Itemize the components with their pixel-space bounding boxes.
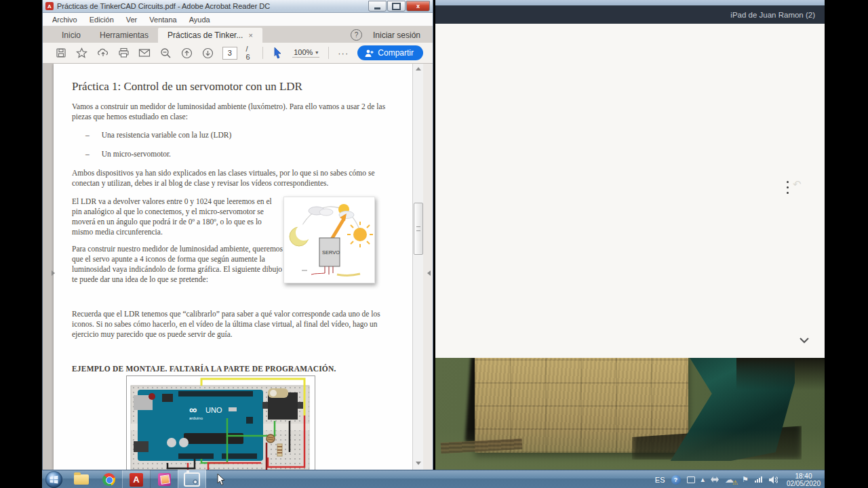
toolbar: 3 / 6 100% ▾ ··· Compartir	[43, 43, 433, 64]
help-button[interactable]: ?	[351, 29, 362, 41]
doc-bullet-1-text: Una resistencia variable con la luz (LDR…	[102, 130, 232, 140]
taskbar-recorder-button[interactable]	[178, 470, 206, 488]
pdf-page: Práctica 1: Control de un servomotor con…	[54, 64, 412, 470]
cast-window-title: iPad de Juan Ramon (2)	[730, 11, 815, 19]
doc-paragraph-2: Ambos dispositivos ya han sido explicado…	[72, 168, 387, 188]
tray-help-icon[interactable]: ?	[671, 475, 681, 485]
email-button[interactable]	[138, 45, 151, 60]
onedrive-warning-icon[interactable]: ☁ ⚠	[725, 476, 736, 484]
cloud-upload-button[interactable]	[97, 45, 109, 60]
cast-window-top-border	[435, 0, 825, 5]
minimize-icon	[374, 7, 380, 9]
document-area: Práctica 1: Control de un servomotor con…	[43, 64, 433, 470]
menu-archivo[interactable]: Archivo	[52, 16, 77, 24]
show-hidden-icons-button[interactable]: ▴	[701, 476, 705, 483]
arduino-circuit-art: ∞ UNO arduino	[127, 376, 313, 470]
left-panel-toggle-icon[interactable]	[52, 270, 55, 276]
network-icon[interactable]	[755, 476, 762, 483]
svg-text:∞: ∞	[189, 404, 197, 415]
volume-icon[interactable]	[768, 476, 778, 484]
tab-document[interactable]: Prácticas de Tinker... ×	[158, 28, 262, 43]
scroll-up-button[interactable]	[413, 64, 423, 74]
tab-herramientas[interactable]: Herramientas	[90, 28, 158, 43]
star-button[interactable]	[76, 45, 88, 60]
kebab-menu-icon	[787, 181, 789, 194]
servo-box-label: SERVO	[322, 249, 340, 256]
undo-arrow-icon: ↶	[793, 181, 802, 194]
doc-paragraph-1: Vamos a construir un medidor de luminosi…	[72, 102, 387, 122]
taskbar: A ES ? ▴ ☁ ⚠ ⚑ 18:40 02/05/2020	[42, 470, 825, 488]
window-title: Prácticas de TinkerCAD Circuits.pdf - Ad…	[57, 2, 365, 10]
save-button[interactable]	[55, 45, 67, 60]
taskbar-clock[interactable]: 18:40 02/05/2020	[784, 472, 821, 487]
cast-menu-button[interactable]: ↶	[787, 181, 802, 194]
mouse-cursor	[217, 473, 226, 485]
zoom-out-icon	[160, 47, 172, 59]
chevron-down-icon[interactable]	[799, 337, 810, 344]
previous-page-button[interactable]	[180, 45, 193, 60]
start-button[interactable]	[45, 471, 62, 488]
acrobat-icon: A	[130, 473, 143, 487]
toolbar-separator	[262, 47, 263, 59]
scroll-up-icon	[416, 67, 421, 70]
cloud-upload-icon	[97, 47, 109, 58]
help-icon: ?	[355, 31, 359, 39]
windows-logo-icon	[50, 475, 58, 484]
acrobat-reader-window: A Prácticas de TinkerCAD Circuits.pdf - …	[42, 0, 433, 470]
taskbar-acrobat-button[interactable]: A	[122, 470, 151, 488]
acrobat-app-icon-letter: A	[47, 3, 52, 9]
arduino-uno-label: UNO	[205, 406, 222, 414]
taskbar-chrome-button[interactable]	[95, 470, 122, 488]
taskbar-photos-button[interactable]	[151, 470, 178, 488]
sign-in-button[interactable]: Iniciar sesión	[373, 30, 420, 40]
zoom-level-select[interactable]: 100% ▾	[292, 48, 319, 58]
zoom-out-button[interactable]	[159, 45, 172, 60]
close-button[interactable]: x	[406, 1, 430, 12]
clock-date: 02/05/2020	[787, 480, 821, 487]
minimize-button[interactable]	[368, 1, 387, 12]
menu-ayuda[interactable]: Ayuda	[189, 16, 210, 24]
maximize-button[interactable]	[387, 1, 406, 12]
language-indicator[interactable]: ES	[655, 476, 665, 484]
email-icon	[138, 48, 151, 58]
system-tray: ES ? ▴ ☁ ⚠ ⚑ 18:40 02/05/2020	[655, 472, 825, 487]
pointer-icon	[273, 47, 283, 59]
select-tool-button[interactable]	[271, 45, 283, 60]
menu-edicion[interactable]: Edición	[90, 16, 114, 24]
arduino-brand-label: arduino	[189, 416, 203, 420]
chrome-icon	[102, 473, 115, 486]
tab-inicio[interactable]: Inicio	[52, 28, 90, 43]
tray-help-glyph: ?	[674, 476, 678, 483]
right-panel-toggle-icon[interactable]	[427, 270, 431, 276]
device-tray-icon[interactable]	[687, 476, 695, 483]
cast-window-header[interactable]: iPad de Juan Ramon (2)	[435, 5, 825, 24]
doc-paragraph-3: El LDR va a devolver valores entre 0 y 1…	[72, 197, 283, 237]
ipad-cast-window: iPad de Juan Ramon (2) ↶	[435, 0, 825, 470]
maximize-icon	[392, 3, 401, 10]
acrobat-app-icon: A	[45, 2, 54, 10]
doc-bullet-2: – Un micro-servomotor.	[72, 149, 387, 159]
window-titlebar[interactable]: A Prácticas de TinkerCAD Circuits.pdf - …	[43, 0, 433, 13]
more-tools-button[interactable]: ···	[338, 48, 349, 58]
teamviewer-tray-icon[interactable]	[711, 476, 719, 483]
photo-grass-highlight	[435, 429, 825, 470]
tab-bar: Inicio Herramientas Prácticas de Tinker.…	[43, 26, 433, 43]
servo-diagram-art: SERVO	[284, 197, 373, 281]
toolbar-separator	[328, 47, 329, 59]
page-total-label: / 6	[246, 45, 254, 61]
print-button[interactable]	[118, 45, 130, 60]
scrollbar-thumb[interactable]	[414, 203, 423, 255]
scroll-down-button[interactable]	[413, 458, 423, 468]
taskbar-explorer-button[interactable]	[68, 470, 95, 488]
vertical-scrollbar[interactable]	[412, 64, 423, 470]
doc-heading: Práctica 1: Control de un servomotor con…	[72, 80, 387, 94]
arduino-circuit-figure: ∞ UNO arduino	[126, 375, 315, 470]
page-number-input[interactable]: 3	[222, 47, 237, 60]
next-page-button[interactable]	[201, 45, 214, 60]
tab-close-icon[interactable]: ×	[248, 31, 252, 39]
action-center-flag-icon[interactable]: ⚑	[742, 476, 749, 483]
menu-ver[interactable]: Ver	[126, 16, 138, 24]
menu-ventana[interactable]: Ventana	[149, 16, 176, 24]
scroll-down-icon	[416, 462, 421, 465]
share-button[interactable]: Compartir	[357, 45, 423, 60]
